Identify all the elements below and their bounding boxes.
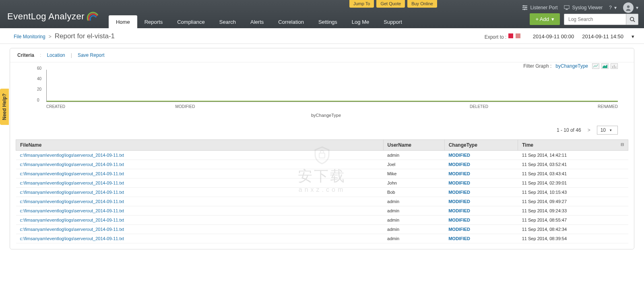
col-username[interactable]: UserName — [383, 140, 444, 151]
x-label-deleted: DELETED — [312, 102, 525, 109]
date-from: 2014-09-11 00:00 — [533, 33, 574, 39]
file-link[interactable]: c:\fimsanyam\eventlog\logs\serverout_201… — [20, 199, 124, 204]
help-label: ? — [609, 5, 612, 10]
file-link[interactable]: c:\fimsanyam\eventlog\logs\serverout_201… — [20, 162, 124, 167]
monitor-icon — [564, 5, 570, 10]
user-menu[interactable]: ▾ — [623, 2, 638, 13]
column-settings-icon[interactable]: ⊟ — [621, 142, 624, 147]
svg-rect-4 — [526, 7, 526, 8]
area-chart-icon[interactable] — [601, 63, 609, 69]
cell-changetype: MODIFIED — [444, 234, 518, 243]
syslog-viewer-label: Syslog Viewer — [572, 5, 603, 10]
file-link[interactable]: c:\fimsanyam\eventlog\logs\serverout_201… — [20, 190, 124, 195]
cell-changetype: MODIFIED — [444, 160, 518, 169]
col-changetype[interactable]: ChangeType — [444, 140, 518, 151]
table-row: c:\fimsanyam\eventlog\logs\serverout_201… — [16, 178, 628, 188]
nav-tab-settings[interactable]: Settings — [311, 15, 345, 28]
chart: 0204060 — [46, 70, 618, 102]
table-row: c:\fimsanyam\eventlog\logs\serverout_201… — [16, 169, 628, 178]
pill-get-quote[interactable]: Get Quote — [376, 0, 405, 8]
line-chart-icon[interactable] — [592, 63, 599, 69]
chevron-down-icon: ▾ — [632, 33, 634, 39]
cell-username: admin — [383, 216, 444, 225]
criteria-bar: Criteria : Location | Save Report — [10, 48, 634, 62]
help-menu[interactable]: ? ▾ — [609, 5, 617, 10]
file-link[interactable]: c:\fimsanyam\eventlog\logs\serverout_201… — [20, 236, 124, 241]
file-link[interactable]: c:\fimsanyam\eventlog\logs\serverout_201… — [20, 218, 124, 222]
cell-filename: c:\fimsanyam\eventlog\logs\serverout_201… — [16, 151, 384, 160]
pdf-icon[interactable] — [508, 33, 514, 39]
pill-buy-online[interactable]: Buy Online — [407, 0, 437, 8]
search-icon — [630, 17, 635, 22]
cell-filename: c:\fimsanyam\eventlog\logs\serverout_201… — [16, 206, 384, 216]
file-link[interactable]: c:\fimsanyam\eventlog\logs\serverout_201… — [20, 181, 124, 185]
nav-tab-search[interactable]: Search — [212, 15, 243, 28]
nav-tab-compliance[interactable]: Compliance — [170, 15, 212, 28]
date-range[interactable]: 2014-09-11 00:00 2014-09-11 14:50 ▾ — [533, 33, 634, 39]
cell-filename: c:\fimsanyam\eventlog\logs\serverout_201… — [16, 169, 384, 178]
csv-icon[interactable] — [515, 33, 521, 39]
log-search-button[interactable] — [626, 14, 638, 25]
date-to: 2014-09-11 14:50 — [582, 33, 623, 39]
table-header-row: FileName UserName ChangeType Time ⊟ — [16, 140, 628, 151]
results-table: FileName UserName ChangeType Time ⊟ c:\f… — [16, 139, 628, 243]
table-row: c:\fimsanyam\eventlog\logs\serverout_201… — [16, 216, 628, 225]
sliders-icon — [522, 5, 528, 10]
criteria-label: Criteria — [17, 52, 34, 58]
cell-time: 11 Sep 2014, 14:42:11 — [518, 151, 628, 160]
nav-tab-log-me[interactable]: Log Me — [345, 15, 376, 28]
bar-chart-icon[interactable] — [611, 63, 618, 69]
cell-time: 11 Sep 2014, 03:43:41 — [518, 169, 628, 178]
chevron-down-icon: ▾ — [614, 5, 617, 10]
subheader-right: Export to : 2014-09-11 00:00 2014-09-11 … — [485, 33, 634, 40]
chevron-down-icon: ▾ — [636, 5, 638, 10]
top-right-links: Listener Port Syslog Viewer ? ▾ ▾ — [522, 2, 638, 13]
chart-x-axis-title: byChangeType — [34, 113, 618, 118]
need-help-tab[interactable]: Need Help? — [0, 89, 9, 125]
cell-time: 11 Sep 2014, 08:42:34 — [518, 225, 628, 234]
criteria-save-report[interactable]: Save Report — [78, 52, 105, 58]
nav-right: + Add ▾ — [530, 13, 638, 25]
cell-changetype: MODIFIED — [444, 206, 518, 216]
cell-username: John — [383, 178, 444, 188]
filter-graph-value[interactable]: byChangeType — [555, 63, 588, 69]
syslog-viewer-link[interactable]: Syslog Viewer — [564, 5, 603, 10]
nav-tab-support[interactable]: Support — [376, 15, 409, 28]
pill-jump-to[interactable]: Jump To — [349, 0, 374, 8]
svg-rect-7 — [566, 9, 568, 10]
breadcrumb-parent[interactable]: File Monitoring — [14, 34, 45, 39]
cell-changetype: MODIFIED — [444, 178, 518, 188]
pagination: 1 - 10 of 46 > 10 — [10, 120, 634, 137]
col-time[interactable]: Time ⊟ — [518, 140, 628, 151]
svg-point-9 — [630, 17, 634, 21]
svg-point-8 — [627, 5, 630, 8]
nav-tab-correlation[interactable]: Correlation — [271, 15, 311, 28]
breadcrumb-sep: > — [49, 34, 52, 39]
table-row: c:\fimsanyam\eventlog\logs\serverout_201… — [16, 188, 628, 197]
page-size-select[interactable]: 10 — [597, 126, 618, 135]
nav-tab-reports[interactable]: Reports — [137, 15, 170, 28]
criteria-colon: : — [40, 52, 41, 58]
filter-graph: Filter Graph : byChangeType — [523, 63, 618, 69]
file-link[interactable]: c:\fimsanyam\eventlog\logs\serverout_201… — [20, 153, 124, 158]
svg-rect-3 — [524, 5, 524, 7]
export-to: Export to : — [485, 33, 521, 40]
pagination-next[interactable]: > — [588, 127, 590, 133]
criteria-location[interactable]: Location — [47, 52, 65, 58]
svg-rect-12 — [516, 33, 520, 38]
top-pills: Jump To Get Quote Buy Online — [349, 0, 437, 8]
nav-tab-home[interactable]: Home — [109, 15, 137, 28]
page-title: Report for el-vista-1 — [55, 32, 115, 40]
listener-port-link[interactable]: Listener Port — [522, 5, 557, 10]
add-button[interactable]: + Add ▾ — [530, 13, 560, 25]
log-search-input[interactable] — [564, 14, 626, 25]
log-search — [564, 14, 638, 25]
pagination-summary: 1 - 10 of 46 — [557, 127, 581, 133]
nav-tab-alerts[interactable]: Alerts — [243, 15, 271, 28]
file-link[interactable]: c:\fimsanyam\eventlog\logs\serverout_201… — [20, 208, 124, 213]
cell-changetype: MODIFIED — [444, 225, 518, 234]
file-link[interactable]: c:\fimsanyam\eventlog\logs\serverout_201… — [20, 171, 124, 176]
file-link[interactable]: c:\fimsanyam\eventlog\logs\serverout_201… — [20, 227, 124, 232]
chart-x-labels: CREATEDMODIFIEDDELETEDRENAMED — [46, 102, 618, 109]
col-filename[interactable]: FileName — [16, 140, 384, 151]
